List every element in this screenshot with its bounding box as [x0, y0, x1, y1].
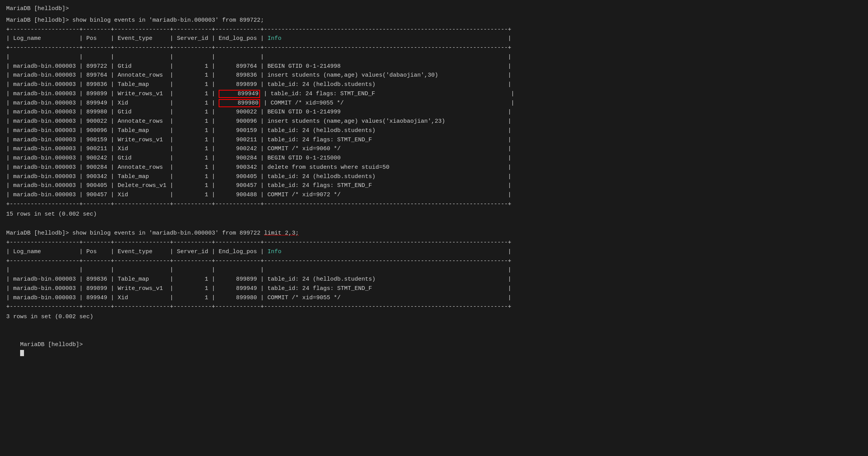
result-2: 3 rows in set (0.002 sec): [6, 313, 862, 321]
command-line-2: MariaDB [hellodb]> show binlog events in…: [6, 229, 862, 238]
spacer-1: [6, 221, 862, 229]
table-row-1-13: | mariadb-bin.000003 | 900342 | Table_ma…: [6, 173, 862, 181]
table-row-1-7: | mariadb-bin.000003 | 900022 | Annotate…: [6, 117, 862, 126]
table-row-1-5: | mariadb-bin.000003 | 899949 | Xid | 1 …: [6, 99, 862, 108]
table-row-1-1: | mariadb-bin.000003 | 899722 | Gtid | 1…: [6, 62, 862, 71]
table-header-1: | Log_name | Pos | Event_type | Server_i…: [6, 34, 862, 43]
table-row-1-6: | mariadb-bin.000003 | 899980 | Gtid | 1…: [6, 108, 862, 117]
command-text-1: show binlog events in 'mariadb-bin.00000…: [72, 17, 264, 24]
table-header-2: | Log_name | Pos | Event_type | Server_i…: [6, 248, 862, 256]
info-header-1: Info: [267, 35, 281, 42]
table-row-2-3: | mariadb-bin.000003 | 899949 | Xid | 1 …: [6, 294, 862, 302]
table-separator-bot-2: +--------------------+--------+---------…: [6, 303, 862, 311]
section-1: MariaDB [hellodb]> show binlog events in…: [6, 16, 862, 219]
initial-prompt: MariaDB [hellodb]>: [6, 5, 862, 13]
terminal: MariaDB [hellodb]> MariaDB [hellodb]> sh…: [6, 5, 862, 366]
table-row-1-11: | mariadb-bin.000003 | 900242 | Gtid | 1…: [6, 154, 862, 163]
table-row-1-8: | mariadb-bin.000003 | 900096 | Table_ma…: [6, 127, 862, 135]
command-text-2: show binlog events in 'mariadb-bin.00000…: [72, 230, 299, 237]
table-row-1-4: | mariadb-bin.000003 | 899899 | Write_ro…: [6, 90, 862, 98]
table-row-1-2: | mariadb-bin.000003 | 899764 | Annotate…: [6, 71, 862, 80]
table-separator-top-1: +--------------------+--------+---------…: [6, 26, 862, 34]
result-1: 15 rows in set (0.002 sec): [6, 210, 862, 219]
table-row-1-10: | mariadb-bin.000003 | 900211 | Xid | 1 …: [6, 145, 862, 153]
prompt-1: MariaDB [hellodb]>: [6, 17, 69, 24]
table-row-1-9: | mariadb-bin.000003 | 900159 | Write_ro…: [6, 136, 862, 144]
final-prompt-line: MariaDB [hellodb]>: [6, 332, 862, 366]
table-row-1-12: | mariadb-bin.000003 | 900284 | Annotate…: [6, 163, 862, 172]
prompt-2: MariaDB [hellodb]>: [6, 230, 69, 237]
command-line-1: MariaDB [hellodb]> show binlog events in…: [6, 16, 862, 25]
table-empty-row: | | | | | | |: [6, 53, 862, 62]
table-row-1-15: | mariadb-bin.000003 | 900457 | Xid | 1 …: [6, 191, 862, 199]
table-separator-mid-2: +--------------------+--------+---------…: [6, 257, 862, 266]
table-row-2-2: | mariadb-bin.000003 | 899899 | Write_ro…: [6, 285, 862, 293]
underlined-limit: limit 2,3;: [264, 230, 299, 237]
cursor: [20, 350, 24, 356]
section-initial: MariaDB [hellodb]>: [6, 5, 862, 13]
table-row-2-1: | mariadb-bin.000003 | 899836 | Table_ma…: [6, 275, 862, 284]
final-prompt-text: MariaDB [hellodb]>: [20, 341, 83, 348]
table-empty-row-2: | | | | | | |: [6, 266, 862, 274]
table-separator-bot-1: +--------------------+--------+---------…: [6, 200, 862, 209]
table-row-1-3: | mariadb-bin.000003 | 899836 | Table_ma…: [6, 81, 862, 89]
section-2: MariaDB [hellodb]> show binlog events in…: [6, 229, 862, 321]
spacer-2: [6, 324, 862, 332]
table-separator-top-2: +--------------------+--------+---------…: [6, 238, 862, 247]
table-row-1-14: | mariadb-bin.000003 | 900405 | Delete_r…: [6, 182, 862, 190]
highlighted-pos-2: 899980: [219, 99, 260, 107]
highlighted-pos-1: 899949: [219, 90, 260, 98]
table-separator-mid-1: +--------------------+--------+---------…: [6, 44, 862, 52]
info-header-2: Info: [267, 249, 281, 255]
